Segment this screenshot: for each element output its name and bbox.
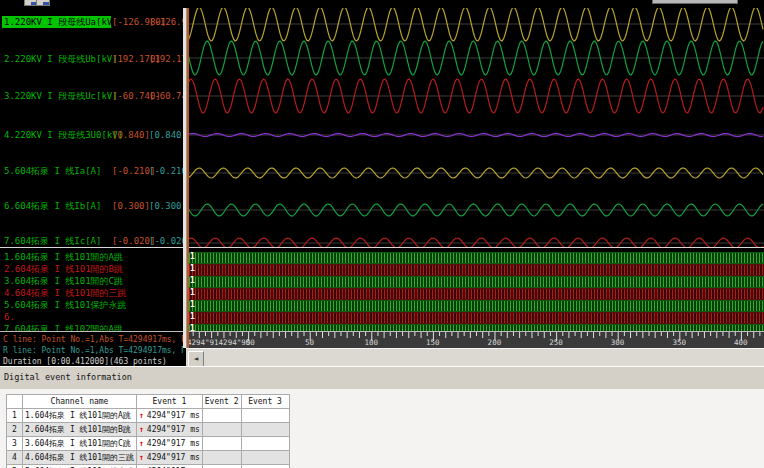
duration-status: Duration [0:00.412000](463 points)	[3, 357, 183, 366]
waveform-svg	[187, 8, 764, 248]
event3-cell	[241, 451, 289, 465]
analog-channel-row[interactable]: 5.604拓泉 I 线Ia[A][-0.210][-0.210]	[0, 165, 183, 177]
time-tick-label: 0	[246, 338, 251, 347]
digital-channel-row[interactable]: 3.604拓泉 I 线101開的C跳	[0, 275, 183, 287]
scroll-left-button[interactable]: ◄	[188, 351, 204, 367]
event-table-row[interactable]: 44.604拓泉 I 线101開的三跳↑4294"917 ms	[7, 451, 290, 465]
event-table-zone: Channel nameEvent 1Event 2Event 311.604拓…	[0, 389, 764, 468]
channel-name-cell: 3.604拓泉 I 线101開的C跳	[23, 437, 137, 451]
rising-edge-arrow-icon: ↑	[139, 453, 144, 462]
digital-trace-bar: 1	[189, 288, 764, 300]
cursor-status-panel: C line: Point No.=1,Abs T=4294917ms, Rel…	[0, 332, 185, 366]
channel-value-2: [192.170]	[149, 53, 183, 65]
digital-channel-row[interactable]: 1.604拓泉 I 线101開的A跳	[0, 251, 183, 263]
time-axis[interactable]: 4294"914294"950 050100150200250300350400	[187, 332, 764, 348]
event-time-value: 4294"917 ms	[147, 425, 200, 434]
digital-channel-label: 1.604拓泉 I 线101開的A跳	[4, 251, 123, 263]
event3-cell	[241, 465, 289, 468]
r-line-status: R line: Point No.=1,Abs T=4294917ms, Rel…	[3, 346, 183, 355]
measurement-cursor[interactable]	[187, 8, 189, 348]
event1-cell: ↑4294"917 ms	[136, 465, 202, 468]
digital-channel-row[interactable]: 4.604拓泉 I 线101開的三跳	[0, 287, 183, 299]
channel-value-1: [0.840]	[112, 129, 150, 141]
digital-channel-row[interactable]: 2.604拓泉 I 线101開的B跳	[0, 263, 183, 275]
event2-cell	[202, 451, 241, 465]
analog-channel-row[interactable]: 7.604拓泉 I 线Ic[A][-0.020][-0.020]	[0, 235, 183, 247]
analog-channel-label[interactable]: 4.220KV I 段母线3U0[kV]	[4, 129, 123, 141]
table-column-header[interactable]: Event 1	[136, 395, 202, 409]
horizontal-scrollbar[interactable]: ◄	[186, 348, 764, 367]
row-number-cell: 2	[7, 423, 23, 437]
time-tick-label: 250	[549, 338, 563, 347]
channel-name-cell: 4.604拓泉 I 线101開的三跳	[23, 451, 137, 465]
event-table-row[interactable]: 55.604拓泉 I 线101保护永跳↑4294"917 ms	[7, 465, 290, 468]
analog-channel-row[interactable]: 2.220KV I 段母线Ub[kV][192.170][192.170]	[0, 53, 183, 65]
digital-channel-label: 4.604拓泉 I 线101開的三跳	[4, 287, 127, 299]
time-tick-label: 100	[364, 338, 378, 347]
digital-channel-row[interactable]: 6.	[0, 311, 183, 323]
analog-channel-label[interactable]: 1.220KV I 段母线Ua[kV]	[2, 16, 111, 28]
table-column-header[interactable]: Event 3	[241, 395, 289, 409]
row-number-cell: 5	[7, 465, 23, 468]
digital-trace-area[interactable]: 1111111	[187, 249, 764, 332]
top-scrollbar-thumb[interactable]	[652, 0, 738, 4]
digital-channel-row[interactable]: 5.604拓泉 I 线101保护永跳	[0, 299, 183, 311]
time-tick-label: 150	[426, 338, 440, 347]
digital-channel-label: 2.604拓泉 I 线101開的B跳	[4, 263, 123, 275]
event-table-row[interactable]: 22.604拓泉 I 线101開的B跳↑4294"917 ms	[7, 423, 290, 437]
analog-channel-label[interactable]: 3.220KV I 段母线Uc[kV]	[4, 90, 118, 102]
time-tick-label: 400	[734, 338, 748, 347]
analog-channel-label[interactable]: 7.604拓泉 I 线Ic[A]	[4, 235, 101, 247]
event-table-row[interactable]: 33.604拓泉 I 线101開的C跳↑4294"917 ms	[7, 437, 290, 451]
channel-value-1: [0.300]	[112, 200, 150, 212]
event-time-value: 4294"917 ms	[147, 411, 200, 420]
digital-channel-label: 3.604拓泉 I 线101開的C跳	[4, 275, 123, 287]
event1-cell: ↑4294"917 ms	[136, 437, 202, 451]
event2-cell	[202, 437, 241, 451]
analog-channel-label[interactable]: 5.604拓泉 I 线Ia[A]	[4, 165, 101, 177]
channel-value-2: [-0.210]	[149, 165, 183, 177]
event1-cell: ↑4294"917 ms	[136, 423, 202, 437]
digital-trace-bar: 1	[189, 300, 764, 312]
analog-channel-row[interactable]: 4.220KV I 段母线3U0[kV][0.840][0.840]	[0, 129, 183, 141]
top-toolbar	[0, 0, 764, 8]
event3-cell	[241, 423, 289, 437]
row-number-cell: 3	[7, 437, 23, 451]
table-column-header[interactable]: Channel name	[23, 395, 137, 409]
rising-edge-arrow-icon: ↑	[139, 439, 144, 448]
channel-name-cell: 1.604拓泉 I 线101開的A跳	[23, 409, 137, 423]
channel-label-panel: 1.220KV I 段母线Ua[kV][-126.980][-126.980]2…	[0, 8, 183, 332]
digital-trace-bar: 1	[189, 252, 764, 264]
event-time-value: 4294"917 ms	[147, 439, 200, 448]
waveform-viewer-window: 1.220KV I 段母线Ua[kV][-126.980][-126.980]2…	[0, 0, 764, 468]
event2-cell	[202, 423, 241, 437]
analog-channel-row[interactable]: 3.220KV I 段母线Uc[kV][-60.740][-60.740]	[0, 90, 183, 102]
event-time-value: 4294"917 ms	[147, 453, 200, 462]
c-line-status: C line: Point No.=1,Abs T=4294917ms, Rel…	[3, 335, 183, 344]
channel-value-2: [0.840]	[149, 129, 183, 141]
time-tick-label: 350	[672, 338, 686, 347]
digital-state-value: 1	[190, 252, 195, 262]
event3-cell	[241, 437, 289, 451]
table-column-header[interactable]: Event 2	[202, 395, 241, 409]
channel-value-2: [-0.020]	[149, 235, 183, 247]
digital-channel-label: 6.	[4, 311, 15, 323]
digital-event-section: Digital event information Channel nameEv…	[0, 366, 764, 468]
digital-channel-label: 5.604拓泉 I 线101保护永跳	[4, 299, 127, 311]
analog-channel-row[interactable]: 1.220KV I 段母线Ua[kV][-126.980][-126.980]	[0, 16, 183, 28]
time-tick-label: 300	[611, 338, 625, 347]
digital-state-value: 1	[190, 312, 195, 322]
toolbar-button-2[interactable]	[36, 0, 50, 6]
digital-event-table[interactable]: Channel nameEvent 1Event 2Event 311.604拓…	[6, 394, 290, 468]
analog-channel-label[interactable]: 2.220KV I 段母线Ub[kV]	[4, 53, 118, 65]
cursor-time-label: 4294"914294"950	[187, 338, 255, 347]
digital-state-value: 1	[190, 288, 195, 298]
analog-channel-row[interactable]: 6.604拓泉 I 线Ib[A][0.300][0.300]	[0, 200, 183, 212]
waveform-plot-area[interactable]	[187, 8, 764, 248]
analog-channel-label[interactable]: 6.604拓泉 I 线Ib[A]	[4, 200, 101, 212]
channel-name-cell: 2.604拓泉 I 线101開的B跳	[23, 423, 137, 437]
channel-value-2: [-60.740]	[149, 90, 183, 102]
row-number-header	[7, 395, 23, 409]
event3-cell	[241, 409, 289, 423]
event-table-row[interactable]: 11.604拓泉 I 线101開的A跳↑4294"917 ms	[7, 409, 290, 423]
